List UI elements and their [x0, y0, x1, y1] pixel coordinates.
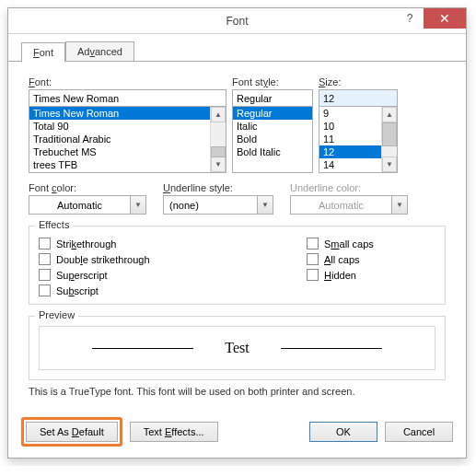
size-list[interactable]: 9 10 11 12 14	[319, 107, 381, 172]
scroll-up-icon[interactable]: ▲	[382, 107, 397, 122]
scroll-down-icon[interactable]: ▼	[382, 157, 397, 172]
chevron-down-icon: ▼	[391, 196, 407, 214]
font-color-col: Font color: Automatic ▼	[29, 182, 146, 215]
preview-rule	[92, 348, 193, 349]
color-row: Font color: Automatic ▼ Underline style:…	[29, 182, 446, 215]
font-list[interactable]: Times New Roman Total 90 Traditional Ara…	[29, 107, 210, 172]
checkbox-icon	[307, 253, 319, 265]
scroll-thumb[interactable]	[382, 122, 397, 146]
tab-content: Font: Times New Roman Total 90 Tradition…	[8, 62, 466, 408]
list-item[interactable]: 10	[319, 120, 381, 133]
set-as-default-button[interactable]: Set As Default	[26, 422, 118, 442]
underline-color-value: Automatic	[291, 200, 391, 211]
ok-button[interactable]: OK	[309, 422, 377, 442]
preview-rule	[281, 348, 382, 349]
checkbox-icon	[39, 238, 51, 250]
underline-color-label: Underline color:	[290, 182, 408, 193]
effects-left: Strikethrough Double strikethrough Super…	[39, 238, 307, 296]
scroll-track[interactable]	[211, 122, 226, 157]
close-button[interactable]: ✕	[424, 8, 466, 29]
help-button[interactable]: ?	[396, 8, 424, 29]
close-icon: ✕	[439, 11, 450, 26]
list-item[interactable]: 12	[319, 145, 381, 158]
list-item[interactable]: Trebuchet MS	[29, 145, 210, 158]
all-caps-checkbox[interactable]: All caps	[307, 253, 435, 265]
list-item[interactable]: Italic	[233, 120, 312, 133]
double-strikethrough-checkbox[interactable]: Double strikethrough	[39, 253, 307, 265]
checkbox-icon	[39, 269, 51, 281]
scrollbar[interactable]: ▲ ▼	[381, 107, 397, 172]
list-item[interactable]: 9	[319, 107, 381, 120]
font-input[interactable]	[29, 89, 226, 107]
strikethrough-checkbox[interactable]: Strikethrough	[39, 238, 307, 250]
list-item[interactable]: 14	[319, 158, 381, 171]
list-item[interactable]: Regular	[233, 107, 312, 120]
font-label: Font:	[29, 76, 226, 87]
font-color-combo[interactable]: Automatic ▼	[29, 195, 146, 215]
hidden-checkbox[interactable]: Hidden	[307, 269, 435, 281]
preview-group: Preview Test	[29, 316, 446, 380]
font-color-value: Automatic	[29, 200, 130, 211]
list-item[interactable]: Bold	[233, 133, 312, 145]
text-effects-button[interactable]: Text Effects...	[130, 422, 218, 442]
checkbox-icon	[307, 269, 319, 281]
scrollbar[interactable]: ▲ ▼	[210, 107, 226, 172]
style-input[interactable]	[232, 89, 313, 107]
list-item[interactable]: trees TFB	[29, 158, 210, 171]
checkbox-icon	[307, 238, 319, 250]
effects-group: Effects Strikethrough Double strikethrou…	[29, 226, 446, 305]
list-item[interactable]: Total 90	[29, 120, 210, 133]
effects-right: Small caps All caps Hidden	[307, 238, 435, 296]
tab-strip: Font Advanced	[8, 34, 466, 62]
scroll-up-icon[interactable]: ▲	[211, 107, 226, 122]
style-list[interactable]: Regular Italic Bold Bold Italic	[233, 107, 312, 172]
list-item[interactable]: Traditional Arabic	[29, 133, 210, 145]
font-color-label: Font color:	[29, 182, 146, 193]
cancel-button[interactable]: Cancel	[385, 422, 453, 442]
set-default-highlight: Set As Default	[21, 417, 122, 447]
scroll-thumb[interactable]	[211, 146, 226, 157]
preview-text: Test	[201, 340, 273, 356]
tab-font[interactable]: Font	[21, 42, 65, 63]
effects-row: Strikethrough Double strikethrough Super…	[39, 238, 435, 296]
underline-style-col: Underline style: (none) ▼	[163, 182, 273, 215]
underline-style-label: Underline style:	[163, 182, 273, 193]
font-listbox[interactable]: Times New Roman Total 90 Traditional Ara…	[29, 107, 226, 173]
preview-box: Test	[39, 326, 435, 370]
size-column: Size: 9 10 11 12 14 ▲ ▼	[319, 76, 398, 173]
font-row: Font: Times New Roman Total 90 Tradition…	[29, 76, 446, 173]
preview-note: This is a TrueType font. This font will …	[29, 386, 446, 397]
scroll-track[interactable]	[382, 122, 397, 157]
size-listbox[interactable]: 9 10 11 12 14 ▲ ▼	[319, 107, 398, 173]
preview-legend: Preview	[35, 309, 78, 320]
checkbox-icon	[39, 284, 51, 296]
list-item[interactable]: 11	[319, 133, 381, 145]
size-label: Size:	[319, 76, 398, 87]
font-column: Font: Times New Roman Total 90 Tradition…	[29, 76, 226, 173]
style-label: Font style:	[232, 76, 313, 87]
subscript-checkbox[interactable]: Subscript	[39, 284, 307, 296]
superscript-checkbox[interactable]: Superscript	[39, 269, 307, 281]
underline-color-combo: Automatic ▼	[290, 195, 408, 215]
underline-style-combo[interactable]: (none) ▼	[163, 195, 273, 215]
dialog-footer: Set As Default Text Effects... OK Cancel	[8, 408, 466, 458]
size-input[interactable]	[319, 89, 398, 107]
scroll-down-icon[interactable]: ▼	[211, 157, 226, 172]
titlebar: Font ? ✕	[8, 8, 466, 34]
font-dialog: Font ? ✕ Font Advanced Font: Times New R…	[7, 7, 467, 459]
chevron-down-icon[interactable]: ▼	[130, 196, 145, 214]
tab-advanced[interactable]: Advanced	[65, 41, 134, 61]
small-caps-checkbox[interactable]: Small caps	[307, 238, 435, 250]
effects-legend: Effects	[35, 219, 73, 230]
checkbox-icon	[39, 253, 51, 265]
list-item[interactable]: Bold Italic	[233, 145, 312, 158]
underline-color-col: Underline color: Automatic ▼	[290, 182, 408, 215]
chevron-down-icon[interactable]: ▼	[257, 196, 273, 214]
titlebar-buttons: ? ✕	[396, 8, 466, 29]
underline-style-value: (none)	[164, 200, 257, 211]
style-listbox[interactable]: Regular Italic Bold Bold Italic	[232, 107, 313, 173]
list-item[interactable]: Times New Roman	[29, 107, 210, 120]
style-column: Font style: Regular Italic Bold Bold Ita…	[232, 76, 313, 173]
